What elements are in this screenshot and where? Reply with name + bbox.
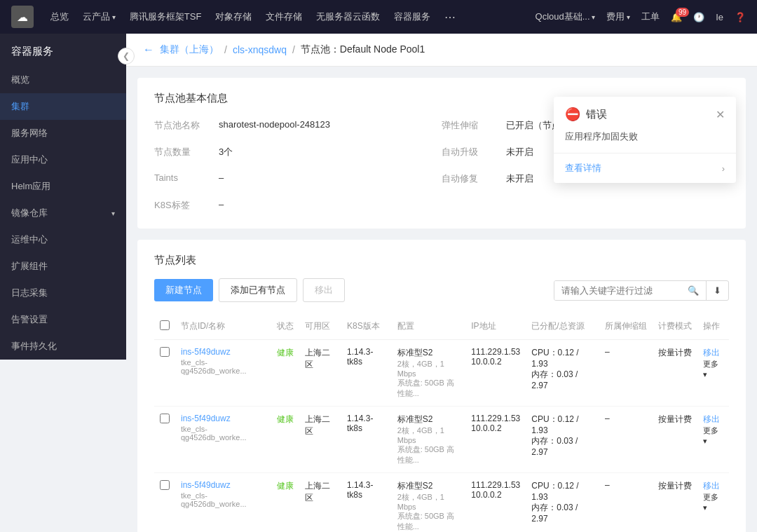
sidebar-label-appcenter: 应用中心 <box>11 154 48 166</box>
sidebar-title: 容器服务 <box>0 34 126 67</box>
sidebar-item-ops[interactable]: 运维中心 <box>0 226 126 253</box>
col-header-action: 操作 <box>697 313 729 340</box>
sidebar-item-helm[interactable]: Helm应用 <box>0 173 126 200</box>
nav-cos[interactable]: 对象存储 <box>215 11 252 23</box>
node-status-2: 健康 <box>271 473 299 533</box>
logo-icon[interactable]: ☁ <box>11 6 34 28</box>
node-more-2[interactable]: 更多 ▾ <box>703 493 718 512</box>
help-icon[interactable]: ❓ <box>735 12 746 22</box>
cost-menu[interactable]: 费用 <box>606 11 630 23</box>
node-billing-2: 按量计费 <box>653 473 697 533</box>
table-row: ins-5f49duwz tke_cls-qg4526db_worke... 健… <box>154 473 729 533</box>
user-avatar[interactable]: Ie <box>716 12 723 22</box>
sidebar-label-cluster: 集群 <box>11 100 29 113</box>
sidebar: 容器服务 概览 集群 服务网络 应用中心 Helm应用 镜像仓库 ▾ 运维中心 <box>0 34 126 360</box>
search-icon[interactable]: 🔍 <box>681 281 706 300</box>
error-detail-link[interactable]: 查看详情 › <box>554 153 736 183</box>
info-label-labels: K8S标签 <box>154 199 210 212</box>
info-label-count: 节点数量 <box>154 146 210 158</box>
clock-icon[interactable]: 🕐 <box>693 12 704 22</box>
node-scalegroup-2: – <box>599 473 653 533</box>
breadcrumb: ← 集群（上海） / cls-xnqsdwq / 节点池：Default Nod… <box>126 34 757 67</box>
node-resources-1: CPU：0.12 / 1.93 内存：0.03 / 2.97 <box>526 407 599 473</box>
breadcrumb-sep2: / <box>292 44 295 55</box>
error-popup-message: 应用程序加固失败 <box>554 128 736 153</box>
node-ip-0: 111.229.1.53 10.0.0.2 <box>465 340 526 407</box>
sidebar-item-appcenter[interactable]: 应用中心 <box>0 146 126 173</box>
select-all-checkbox[interactable] <box>160 320 170 330</box>
node-config-1: 标准型S2 2核，4GB，1 Mbps 系统盘: 50GB 高性能... <box>392 407 465 473</box>
nav-more[interactable]: ⋯ <box>444 11 456 24</box>
sidebar-item-events[interactable]: 事件持久化 <box>0 333 126 360</box>
table-row: ins-5f49duwz tke_cls-qg4526db_worke... 健… <box>154 340 729 407</box>
node-table: 节点ID/名称 状态 可用区 K8S版本 配置 IP地址 已分配/总资源 所属伸… <box>154 313 729 532</box>
account-selector[interactable]: Qcloud基础... <box>536 11 596 23</box>
nav-cfs[interactable]: 文件存储 <box>266 11 302 23</box>
nav-scf[interactable]: 无服务器云函数 <box>316 11 380 23</box>
sidebar-item-logs[interactable]: 日志采集 <box>0 280 126 306</box>
download-icon[interactable]: ⬇ <box>706 281 728 300</box>
nav-tke[interactable]: 容器服务 <box>394 11 430 23</box>
breadcrumb-cluster[interactable]: 集群（上海） <box>160 43 219 56</box>
nav-products[interactable]: 云产品 <box>83 11 116 23</box>
search-input[interactable] <box>554 281 681 300</box>
table-row: ins-5f49duwz tke_cls-qg4526db_worke... 健… <box>154 407 729 473</box>
col-header-resources: 已分配/总资源 <box>526 313 599 340</box>
node-k8s-1: 1.14.3-tk8s <box>341 407 392 473</box>
row-checkbox-2[interactable] <box>160 480 170 490</box>
notification-bell[interactable]: 🔔 99 <box>671 12 682 22</box>
new-node-button[interactable]: 新建节点 <box>154 279 213 301</box>
sidebar-label-alerts: 告警设置 <box>11 313 48 326</box>
sidebar-item-network[interactable]: 服务网络 <box>0 120 126 146</box>
node-k8s-0: 1.14.3-tk8s <box>341 340 392 407</box>
node-billing-1: 按量计费 <box>653 407 697 473</box>
sidebar-item-registry[interactable]: 镜像仓库 ▾ <box>0 200 126 226</box>
sidebar-collapse-button[interactable]: ❮ <box>118 48 135 64</box>
nav-tsf[interactable]: 腾讯服务框架TSF <box>130 11 202 23</box>
node-more-1[interactable]: 更多 ▾ <box>703 426 718 445</box>
sidebar-item-overview[interactable]: 概览 <box>0 67 126 93</box>
workorder-link[interactable]: 工单 <box>641 11 660 23</box>
col-header-config: 配置 <box>392 313 465 340</box>
node-zone-0: 上海二区 <box>299 340 342 407</box>
info-value-autoupgrade: 未开启 <box>506 146 533 158</box>
node-id-2[interactable]: ins-5f49duwz <box>181 480 266 490</box>
col-header-zone: 可用区 <box>299 313 342 340</box>
node-id-0[interactable]: ins-5f49duwz <box>181 347 266 357</box>
node-actions-1: 移出 更多 ▾ <box>697 407 729 473</box>
search-box: 🔍 ⬇ <box>554 280 729 301</box>
error-close-button[interactable]: ✕ <box>716 108 725 121</box>
node-move-1[interactable]: 移出 <box>703 414 720 424</box>
node-move-0[interactable]: 移出 <box>703 348 720 357</box>
node-id-1[interactable]: ins-5f49duwz <box>181 414 266 423</box>
sidebar-label-registry: 镜像仓库 <box>11 207 48 219</box>
move-out-button[interactable]: 移出 <box>303 278 345 302</box>
info-value-count: 3个 <box>219 146 233 158</box>
sidebar-item-extensions[interactable]: 扩展组件 <box>0 253 126 280</box>
row-checkbox-0[interactable] <box>160 347 170 357</box>
info-value-autorepair: 未开启 <box>506 172 533 185</box>
col-header-billing: 计费模式 <box>653 313 697 340</box>
nav-overview[interactable]: 总览 <box>50 11 69 23</box>
col-header-ip: IP地址 <box>465 313 526 340</box>
node-config-0: 标准型S2 2核，4GB，1 Mbps 系统盘: 50GB 高性能... <box>392 340 465 407</box>
back-button[interactable]: ← <box>143 43 154 56</box>
breadcrumb-sep1: / <box>224 44 227 55</box>
content-area: ← 集群（上海） / cls-xnqsdwq / 节点池：Default Nod… <box>126 34 757 532</box>
nav-items: 总览 云产品 腾讯服务框架TSF 对象存储 文件存储 无服务器云函数 容器服务 … <box>50 11 456 24</box>
node-more-0[interactable]: 更多 ▾ <box>703 360 718 378</box>
node-status-0: 健康 <box>271 340 299 407</box>
sidebar-label-helm: Helm应用 <box>11 180 50 193</box>
breadcrumb-pool-id[interactable]: cls-xnqsdwq <box>233 44 287 55</box>
error-icon: ⛔ <box>565 107 580 122</box>
sidebar-item-cluster[interactable]: 集群 <box>0 93 126 120</box>
info-label-name: 节点池名称 <box>154 119 210 132</box>
node-billing-0: 按量计费 <box>653 340 697 407</box>
sidebar-item-alerts[interactable]: 告警设置 <box>0 306 126 333</box>
row-checkbox-1[interactable] <box>160 414 170 423</box>
add-existing-node-button[interactable]: 添加已有节点 <box>219 278 297 302</box>
info-label-autorepair: 自动修复 <box>442 172 498 185</box>
node-move-2[interactable]: 移出 <box>703 481 720 491</box>
info-name-row: 节点池名称 sharotest-nodepool-248123 <box>154 116 442 135</box>
list-toolbar: 新建节点 添加已有节点 移出 🔍 ⬇ <box>154 278 729 302</box>
